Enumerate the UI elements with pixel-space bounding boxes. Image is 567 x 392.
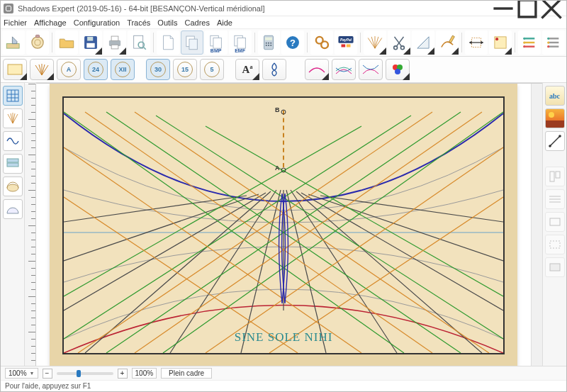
interval-5-button[interactable]: 5 [200, 59, 224, 80]
app-icon [4, 4, 13, 13]
svg-point-57 [495, 38, 498, 40]
menu-affichage[interactable]: Affichage [34, 18, 67, 27]
svg-rect-51 [449, 35, 455, 43]
draw-tool-button[interactable] [436, 30, 459, 55]
zoom-in-button[interactable]: + [118, 369, 128, 379]
menu-aide[interactable]: Aide [217, 18, 232, 27]
view-graph-button[interactable] [3, 131, 23, 151]
view-table-button[interactable] [3, 154, 23, 174]
interval-30-button[interactable]: 30 [146, 59, 170, 80]
rays-tool-button[interactable] [364, 30, 386, 55]
arc-cross-button[interactable] [359, 59, 383, 80]
arc-single-button[interactable] [305, 59, 329, 80]
menu-cadres[interactable]: Cadres [184, 18, 209, 27]
svg-text:?: ? [290, 38, 296, 48]
settings-button[interactable] [310, 30, 333, 55]
view-sundial-button[interactable] [3, 108, 23, 128]
export-bmp-button[interactable]: BMP [205, 30, 228, 55]
print-button[interactable] [103, 30, 126, 55]
canvas[interactable]: B A SINE SOLE NIHI [36, 84, 531, 366]
cut-tool-button[interactable] [388, 30, 410, 55]
svg-line-44 [375, 38, 382, 49]
view-protractor-button[interactable] [3, 199, 23, 219]
svg-point-31 [271, 45, 272, 46]
export-emf-button[interactable]: EMF [229, 30, 252, 55]
svg-rect-13 [111, 36, 118, 41]
open-button[interactable] [55, 30, 78, 55]
font-button[interactable]: Aa [235, 59, 259, 80]
line-tool-button[interactable] [545, 131, 565, 151]
menu-outils[interactable]: Outils [157, 18, 177, 27]
save-button[interactable] [79, 30, 102, 55]
help-button[interactable]: ? [281, 30, 304, 55]
rect-dash-button[interactable] [545, 235, 565, 254]
menubar: Fichier Affichage Configuration Tracés O… [1, 16, 566, 29]
text-frame-button[interactable]: abc [545, 86, 565, 106]
zoom-slider[interactable] [57, 372, 113, 375]
window-title: Shadows Expert (2019-05-16) - 64-bit [BE… [18, 4, 491, 13]
rect-tool-button[interactable] [545, 212, 565, 232]
svg-point-127 [549, 145, 551, 147]
zoom-out-button[interactable]: − [43, 369, 52, 379]
close-button[interactable] [539, 1, 563, 16]
analemma-button[interactable] [262, 59, 286, 80]
svg-rect-134 [550, 218, 560, 225]
copy-button[interactable] [181, 30, 203, 55]
triangle-tool-button[interactable] [412, 30, 434, 55]
menu-traces[interactable]: Tracés [127, 18, 150, 27]
svg-line-118 [206, 147, 503, 353]
svg-rect-25 [266, 38, 273, 40]
view-3d-button[interactable] [3, 177, 23, 196]
titlebar: Shadows Expert (2019-05-16) - 64-bit [BE… [1, 1, 566, 16]
left-toolbar [1, 83, 25, 366]
new-astrolabe-button[interactable] [26, 30, 49, 55]
svg-line-104 [64, 196, 247, 222]
point-a-icon [281, 167, 286, 173]
hours-xii-button[interactable]: XII [111, 59, 135, 80]
image-frame-button[interactable] [545, 108, 565, 128]
interval-15-button[interactable]: 15 [173, 59, 197, 80]
svg-point-123 [281, 168, 286, 172]
align-mid-button[interactable] [545, 189, 565, 209]
new-sundial-button[interactable] [2, 30, 25, 55]
rect-fill-button[interactable] [545, 257, 565, 277]
svg-rect-10 [86, 43, 94, 48]
scrollbar-vertical[interactable] [531, 84, 542, 366]
resize-h-button[interactable] [465, 30, 488, 55]
rays-mode-button[interactable] [30, 59, 54, 80]
menu-fichier[interactable]: Fichier [4, 18, 27, 27]
maximize-button[interactable] [515, 1, 539, 16]
ruler-vertical [25, 84, 36, 366]
arc-multi-button[interactable] [332, 59, 356, 80]
roman-a-button[interactable]: A [57, 59, 81, 80]
layers-alt-button[interactable] [542, 30, 565, 55]
frame-mode-button[interactable] [3, 59, 27, 80]
preview-button[interactable] [128, 30, 150, 55]
view-grid-button[interactable] [3, 86, 23, 106]
svg-point-124 [549, 112, 554, 118]
svg-point-35 [322, 41, 329, 48]
menu-configuration[interactable]: Configuration [74, 18, 120, 27]
calculator-button[interactable] [258, 30, 281, 55]
layers-button[interactable] [518, 30, 541, 55]
fit-mode-button[interactable]: Plein cadre [161, 368, 212, 379]
svg-line-100 [64, 193, 266, 310]
svg-point-61 [523, 38, 525, 40]
align-top-button[interactable] [545, 167, 565, 186]
sundial-frame: B A SINE SOLE NIHI [62, 96, 505, 354]
svg-point-26 [266, 43, 267, 44]
svg-rect-125 [546, 121, 564, 128]
zoom-value[interactable]: 100%▼ [5, 368, 38, 379]
anchor-button[interactable] [489, 30, 512, 55]
new-doc-button[interactable] [157, 30, 179, 55]
hours-24-button[interactable]: 24 [84, 59, 108, 80]
workspace: B A SINE SOLE NIHI abc [1, 83, 566, 366]
paypal-button[interactable]: PayPal [335, 30, 357, 55]
svg-rect-8 [36, 35, 40, 37]
svg-rect-39 [347, 44, 351, 47]
color-wheel-button[interactable] [386, 59, 410, 80]
svg-point-28 [271, 43, 272, 44]
minimize-button[interactable] [491, 1, 515, 16]
svg-line-43 [375, 37, 378, 48]
help-hint: Pour l'aide, appuyez sur F1 [1, 380, 566, 391]
